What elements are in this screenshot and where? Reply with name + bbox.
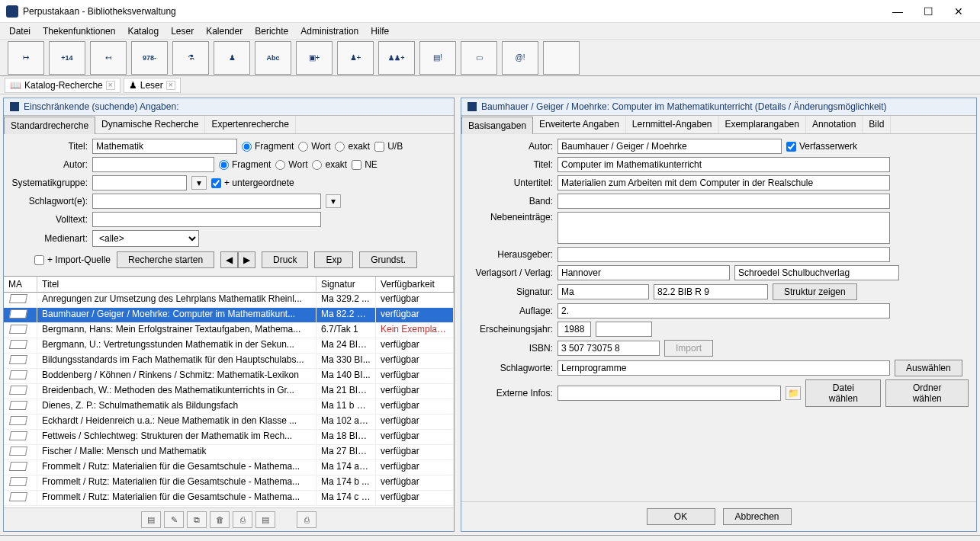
- result-row[interactable]: Frommelt / Rutz: Materialien für die Ges…: [4, 491, 454, 506]
- results-body[interactable]: Anregungen zur Umsetzung des Lehrplans M…: [4, 293, 454, 507]
- titel-exakt-radio[interactable]: exakt: [335, 141, 370, 152]
- menu-berichte[interactable]: Berichte: [249, 24, 294, 38]
- result-row[interactable]: Fischer / Malle: Mensch und MathematikMa…: [4, 445, 454, 460]
- struktur-button[interactable]: Struktur zeigen: [773, 283, 857, 300]
- detailtab-3[interactable]: Exemplarangaben: [719, 116, 806, 133]
- autor-wort-radio[interactable]: Wort: [275, 159, 307, 170]
- exp-button[interactable]: Exp: [314, 251, 353, 268]
- result-row[interactable]: Anregungen zur Umsetzung des Lehrplans M…: [4, 293, 454, 308]
- result-row[interactable]: Bildungsstandards im Fach Mathematik für…: [4, 354, 454, 369]
- r-schlagworte-input[interactable]: [557, 360, 890, 376]
- r-untertitel-input[interactable]: [557, 175, 890, 190]
- autor-ne-check[interactable]: NE: [352, 159, 378, 170]
- lend-icon[interactable]: ↦: [8, 41, 44, 75]
- search-icon[interactable]: ⚗: [172, 41, 209, 75]
- mail-alert-icon[interactable]: @!: [502, 41, 538, 75]
- detailtab-4[interactable]: Annotation: [806, 116, 863, 133]
- r-herausgeber-input[interactable]: [557, 247, 890, 262]
- close-tab-icon[interactable]: ×: [106, 81, 115, 90]
- searchtab-1[interactable]: Dynamische Recherche: [95, 116, 205, 133]
- verfasserwerk-check[interactable]: Verfasserwerk: [786, 141, 857, 152]
- menu-katalog[interactable]: Katalog: [121, 24, 165, 38]
- reader-icon[interactable]: ♟: [214, 41, 250, 75]
- col-signatur[interactable]: Signatur: [316, 277, 376, 292]
- isbn-icon[interactable]: 978-: [131, 41, 168, 75]
- schlagwort-input[interactable]: [92, 194, 321, 209]
- stamp-icon[interactable]: ▭: [461, 41, 497, 75]
- r-neben-textarea[interactable]: [557, 212, 890, 244]
- detailtab-5[interactable]: Bild: [863, 116, 891, 133]
- result-row[interactable]: Bergmann, U.: Vertretungsstunden Mathema…: [4, 338, 454, 354]
- searchtab-2[interactable]: Expertenrecherche: [205, 116, 295, 133]
- systematik-browse-icon[interactable]: ▾: [191, 176, 207, 190]
- autor-exakt-radio[interactable]: exakt: [312, 159, 347, 170]
- r-sig2-input[interactable]: [654, 284, 768, 299]
- r-isbn-input[interactable]: [557, 341, 660, 356]
- r-verlag-input[interactable]: [734, 265, 899, 280]
- addgroup-icon[interactable]: ♟♟+: [378, 41, 415, 75]
- menu-hilfe[interactable]: Hilfe: [365, 24, 395, 38]
- titel-fragment-radio[interactable]: Fragment: [242, 141, 294, 152]
- col-ma[interactable]: MA: [4, 277, 37, 292]
- r-band-input[interactable]: [557, 194, 890, 209]
- r-autor-input[interactable]: [557, 139, 782, 154]
- searchtab-0[interactable]: Standardrecherche: [4, 117, 95, 134]
- autor-fragment-radio[interactable]: Fragment: [219, 159, 271, 170]
- volltext-input[interactable]: [92, 212, 321, 227]
- result-row[interactable]: Frommelt / Rutz: Materialien für die Ges…: [4, 460, 454, 475]
- medienart-select[interactable]: <alle>: [92, 230, 199, 247]
- r-jahr2-input[interactable]: [596, 322, 652, 337]
- menu-administration[interactable]: Administration: [294, 24, 365, 38]
- result-row[interactable]: Boddenberg / Köhnen / Rinkens / Schmitz:…: [4, 369, 454, 384]
- print-icon[interactable]: ⎙: [233, 511, 252, 528]
- next-button[interactable]: ▶: [238, 251, 255, 268]
- maximize-button[interactable]: ☐: [913, 1, 943, 22]
- result-row[interactable]: Baumhauer / Geiger / Moehrke: Computer i…: [4, 308, 454, 323]
- new-icon[interactable]: ▤: [141, 511, 161, 528]
- col-titel[interactable]: Titel: [37, 277, 316, 292]
- import-button[interactable]: Import: [664, 340, 713, 357]
- folder-icon[interactable]: 📁: [786, 386, 801, 400]
- abbrechen-button[interactable]: Abbrechen: [723, 508, 792, 525]
- autor-input[interactable]: [92, 157, 214, 172]
- export-icon[interactable]: ▤: [255, 511, 275, 528]
- result-row[interactable]: Frommelt / Rutz: Materialien für die Ges…: [4, 475, 454, 491]
- druck-button[interactable]: Druck: [262, 251, 308, 268]
- ordner-button[interactable]: Ordner wählen: [885, 379, 969, 407]
- detailtab-2[interactable]: Lernmittel-Angaben: [626, 116, 719, 133]
- recherche-button[interactable]: Recherche starten: [117, 251, 214, 268]
- edit-icon[interactable]: ✎: [164, 511, 184, 528]
- grundst-button[interactable]: Grundst.: [359, 251, 417, 268]
- detailtab-1[interactable]: Erweiterte Angaben: [533, 116, 626, 133]
- copy-icon[interactable]: ⧉: [187, 511, 207, 528]
- result-row[interactable]: Bergmann, Hans: Mein Erfolgstrainer Text…: [4, 323, 454, 338]
- r-sig1-input[interactable]: [557, 284, 649, 299]
- r-jahr-input[interactable]: [557, 322, 591, 337]
- print2-icon[interactable]: ⎙: [297, 511, 316, 528]
- ok-button[interactable]: OK: [647, 508, 715, 525]
- doc-alert-icon[interactable]: ▤!: [419, 41, 456, 75]
- untergeordnete-check[interactable]: + untergeordnete: [211, 178, 294, 188]
- datei-button[interactable]: Datei wählen: [805, 379, 881, 407]
- result-row[interactable]: Dienes, Z. P.: Schulmathematik als Bildu…: [4, 399, 454, 415]
- close-tab-icon[interactable]: ×: [166, 81, 175, 90]
- extend-icon[interactable]: +14: [49, 41, 85, 75]
- menu-leser[interactable]: Leser: [165, 24, 200, 38]
- adduser-icon[interactable]: ♟+: [337, 41, 374, 75]
- titel-ub-check[interactable]: U/B: [374, 141, 403, 152]
- close-button[interactable]: ✕: [943, 1, 974, 22]
- importquelle-check[interactable]: + Import-Quelle: [34, 254, 111, 265]
- doctab-leser[interactable]: ♟ Leser ×: [124, 78, 181, 93]
- return-icon[interactable]: ↤: [90, 41, 127, 75]
- menu-kalender[interactable]: Kalender: [200, 24, 249, 38]
- minimize-button[interactable]: —: [882, 1, 913, 22]
- label-icon[interactable]: Abc: [255, 41, 291, 75]
- doctab-katalogrecherche[interactable]: 📖 Katalog-Recherche ×: [5, 78, 120, 93]
- detailtab-0[interactable]: Basisangaben: [461, 117, 533, 134]
- menu-thekenfunktionen[interactable]: Thekenfunktionen: [37, 24, 121, 38]
- r-verlagsort-input[interactable]: [557, 265, 730, 280]
- schlagwort-browse-icon[interactable]: ▾: [326, 194, 341, 208]
- result-row[interactable]: Breidenbach, W.: Methoden des Mathematik…: [4, 384, 454, 399]
- r-externe-input[interactable]: [557, 386, 781, 401]
- titel-wort-radio[interactable]: Wort: [298, 141, 330, 152]
